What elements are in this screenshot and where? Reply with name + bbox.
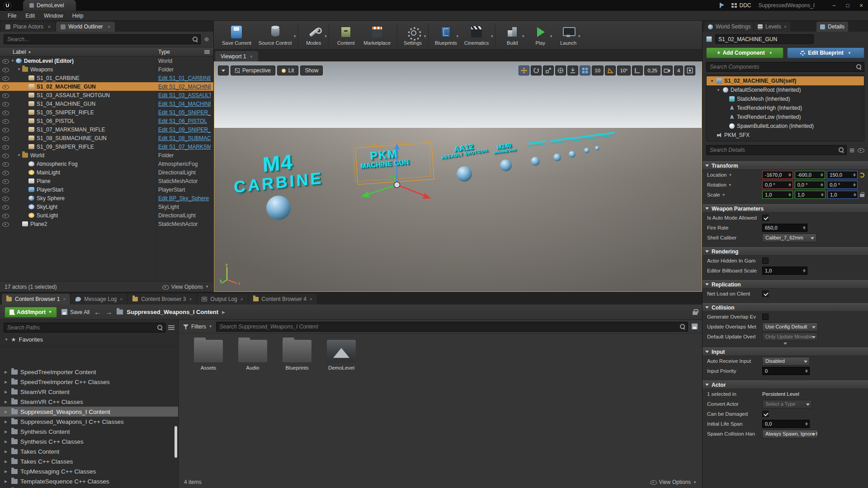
outliner-row[interactable]: ▼ S1_05_SNIPER_RIFLE Edit S1_05_SNIPER_R [0,108,213,117]
rotation-snap-value[interactable]: 10° [617,66,631,75]
toolbar-button[interactable]: Source Control ▼ [255,23,298,47]
actor-type-text[interactable]: Edit S1_01_CARBINE [158,75,211,81]
location-label[interactable]: Location▼ [707,172,760,178]
dropdown-arrow-icon[interactable]: ▼ [549,34,553,38]
visibility-eye-icon[interactable] [0,194,11,202]
scale-tool-button[interactable] [543,66,554,75]
component-row[interactable]: ▼ S1_02_MACHINE_GUN(self) [707,76,864,85]
advanced-expander[interactable] [703,342,868,346]
expander-icon[interactable]: ▶ [5,370,9,374]
filters-button[interactable]: Filters ▼ [183,324,212,330]
visibility-eye-icon[interactable] [0,168,11,177]
expander-icon[interactable]: ▼ [717,88,721,92]
expander-icon[interactable]: ▼ [17,67,22,71]
tab-world-outliner[interactable]: World Outliner × [56,22,115,32]
expander-icon[interactable]: ▶ [5,410,9,414]
notification-flag-icon[interactable] [719,3,725,8]
viewport-options-button[interactable] [218,66,229,75]
toolbar-button[interactable]: Build ▼ [498,23,526,47]
expander-icon[interactable]: ▶ [5,420,9,424]
save-search-icon[interactable] [692,324,698,329]
dropdown-arrow-icon[interactable]: ▼ [423,34,427,38]
billboard-scale-field[interactable]: 1,0 [762,267,807,275]
outliner-row[interactable]: ▼ S1_01_CARBINE Edit S1_01_CARBINE [0,74,213,82]
surface-snap-button[interactable] [567,66,578,75]
perspective-button[interactable]: Perspective [231,66,275,75]
toolbar-button[interactable]: Marketplace ▼ [360,23,397,47]
camera-speed-value[interactable]: 4 [674,66,683,75]
folder-tree-item[interactable]: ▶ Synthesis C++ Classes [0,436,178,446]
camera-speed-button[interactable] [662,66,673,75]
tab-world-settings[interactable]: World Settings × [704,22,753,32]
toolbar-button[interactable]: Blueprints ▼ [431,23,461,47]
lock-scale-icon[interactable] [860,192,864,197]
dropdown-arrow-icon[interactable]: ▼ [293,34,297,38]
menu-item[interactable]: File [4,11,20,21]
actor-type-text[interactable]: Edit BP_Sky_Sphere [158,195,211,202]
menu-item[interactable]: Window [40,11,67,21]
actor-type-text[interactable]: Edit S1_06_PISTOL [158,118,211,124]
actor-type-text[interactable]: SkyLight [158,204,211,210]
expander-icon[interactable]: ▶ [5,380,9,384]
dropdown-arrow-icon[interactable]: ▼ [490,34,494,38]
outliner-settings-icon[interactable] [204,50,210,54]
input-priority-field[interactable]: 0 [762,367,810,375]
can-be-damaged-checkbox[interactable] [762,411,769,417]
outliner-row[interactable]: ▼ S1_04_MACHINE_GUN Edit S1_04_MACHINE [0,99,213,108]
grid-snap-button[interactable] [580,66,590,75]
asset-tile[interactable]: Audio [234,340,272,371]
update-overlaps-dropdown[interactable]: Use Config Default [762,323,818,331]
visibility-eye-icon[interactable] [0,185,11,194]
asset-search-input[interactable] [216,322,688,332]
asset-tile[interactable]: Assets [189,340,227,371]
initial-life-span-field[interactable]: 0,0 [762,420,810,428]
expander-icon[interactable]: ▶ [5,440,9,444]
actor-type-text[interactable]: Edit S1_05_SNIPER_R [158,109,211,116]
scale-snap-button[interactable] [632,66,643,75]
scale-x-field[interactable]: 1,0 [762,191,793,199]
replication-section-header[interactable]: Replication [703,280,868,289]
outliner-row[interactable]: ▼ S1_02_MACHINE_GUN Edit S1_02_MACHINE [0,82,213,91]
tab-levels[interactable]: Levels × [754,22,790,32]
visibility-eye-icon[interactable] [0,220,11,228]
net-load-checkbox[interactable] [762,291,769,297]
weapon-sphere[interactable] [553,154,561,161]
weapon-parameters-section-header[interactable]: Weapon Parameters [703,204,868,213]
visibility-eye-icon[interactable] [0,91,11,99]
close-tab-icon[interactable]: × [120,297,123,302]
close-button[interactable]: × [854,0,868,11]
spawn-collision-dropdown[interactable]: Always Spawn, Ignore Collisions [762,430,818,438]
save-all-button[interactable]: Save All [61,309,90,315]
panel-tab[interactable]: Output Log × [197,294,247,305]
fire-rate-field[interactable]: 650,0 [762,224,807,232]
rotate-tool-button[interactable] [531,66,542,75]
rotation-z-field[interactable]: 0,0 ° [827,181,858,189]
folder-tree-item[interactable]: ▶ Suppressed_Weapons_I C++ Classes [0,417,178,427]
outliner-row[interactable]: ▼ World Folder [0,151,213,160]
transform-gizmo[interactable] [355,141,437,205]
scale-z-field[interactable]: 1,0 [827,191,858,199]
outliner-filter-icon[interactable]: ⊕ [203,36,210,42]
close-tab-icon[interactable]: × [310,297,312,302]
close-tab-icon[interactable]: × [63,297,66,302]
maximize-viewport-button[interactable] [684,66,695,75]
actor-type-text[interactable]: Edit S1_09_SNIPER_R [158,127,211,133]
grid-snap-value[interactable]: 10 [592,66,604,75]
outliner-row[interactable]: ▼ MainLight DirectionalLight [0,168,213,177]
shell-caliber-dropdown[interactable]: Caliber_7_62mm [762,234,816,242]
actor-type-text[interactable]: Edit S1_02_MACHINE [158,84,211,90]
dropdown-arrow-icon[interactable]: ▼ [521,34,525,38]
folder-tree-item[interactable]: ▶ Suppressed_Weapons_I Content [0,407,178,417]
actor-section-header[interactable]: Actor [703,380,868,389]
location-z-field[interactable]: 150,0 [827,171,858,179]
outliner-row[interactable]: ▼ DemoLevel (Editor) World [0,56,213,65]
close-tab-icon[interactable]: × [108,24,110,29]
outliner-row[interactable]: ▼ SunLight DirectionalLight [0,211,213,220]
actor-name-input[interactable] [715,34,814,44]
actor-type-text[interactable]: DirectionalLight [158,169,211,176]
visibility-eye-icon[interactable] [0,65,11,74]
tree-scrollbar[interactable] [175,426,177,458]
expander-icon[interactable]: ▶ [5,469,9,474]
actor-type-text[interactable]: Folder [158,66,211,73]
outliner-row[interactable]: ▼ Plane StaticMeshActor [0,177,213,185]
